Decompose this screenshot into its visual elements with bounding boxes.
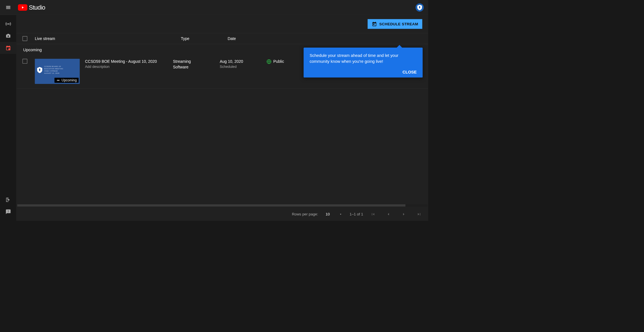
rows-per-page-label: Rows per page:: [292, 212, 318, 216]
svg-rect-2: [8, 48, 10, 50]
sidebar-item-webcam[interactable]: [0, 30, 17, 42]
page-range: 1–1 of 1: [350, 212, 363, 216]
svg-rect-4: [373, 24, 374, 25]
sidebar-item-manage[interactable]: [0, 42, 17, 54]
column-livestream[interactable]: Live stream: [35, 36, 181, 41]
row-checkbox[interactable]: [23, 59, 27, 64]
tooltip-text: Schedule your stream ahead of time and l…: [310, 53, 417, 64]
thumbnail-status-badge: Upcoming: [54, 78, 79, 83]
column-date[interactable]: Date: [228, 36, 274, 41]
horizontal-scrollbar[interactable]: [17, 204, 428, 207]
sidebar-item-feedback[interactable]: [0, 206, 17, 218]
app-header: Studio: [0, 0, 428, 15]
svg-point-5: [58, 80, 59, 81]
svg-point-1: [8, 35, 9, 37]
schedule-tooltip: Schedule your stream ahead of time and l…: [304, 48, 423, 77]
thumbnail-text: CCSD59 BOARD OF EDUCATION MEETING VIDEO …: [44, 66, 63, 75]
schedule-stream-label: SCHEDULE STREAM: [379, 22, 418, 26]
shield-icon: [37, 67, 43, 73]
youtube-play-icon: [18, 4, 27, 11]
chevron-down-icon: [339, 213, 342, 216]
rows-per-page-select[interactable]: 10: [326, 212, 342, 216]
table-header: Live stream Type Date: [17, 33, 428, 44]
sidebar-item-exit[interactable]: [0, 194, 17, 206]
live-icon: [56, 78, 60, 82]
stream-title[interactable]: CCSD59 BOE Meeting - August 10, 2020: [85, 59, 173, 64]
page-next-icon[interactable]: [401, 212, 406, 217]
scrollbar-thumb[interactable]: [17, 204, 405, 207]
page-last-icon[interactable]: [417, 212, 421, 217]
toolbar: SCHEDULE STREAM: [17, 15, 428, 33]
stream-date: Aug 10, 2020 Scheduled: [220, 59, 267, 69]
sidebar-item-stream[interactable]: [0, 18, 17, 30]
page-first-icon[interactable]: [371, 212, 375, 217]
schedule-stream-button[interactable]: SCHEDULE STREAM: [368, 19, 422, 29]
tooltip-close-button[interactable]: CLOSE: [310, 70, 417, 74]
pagination-footer: Rows per page: 10 1–1 of 1: [17, 208, 428, 221]
calendar-icon: [372, 21, 377, 27]
globe-icon: [267, 59, 271, 64]
main-content: SCHEDULE STREAM Live stream Type Date Up…: [17, 15, 428, 221]
page-prev-icon[interactable]: [386, 212, 391, 217]
studio-logo[interactable]: Studio: [18, 4, 45, 11]
channel-avatar[interactable]: [415, 3, 424, 12]
svg-point-0: [8, 23, 9, 25]
hamburger-menu-icon[interactable]: [5, 4, 12, 11]
left-sidebar: [0, 15, 17, 221]
column-type[interactable]: Type: [181, 36, 227, 41]
stream-type: Streaming Software: [173, 59, 220, 69]
svg-point-3: [7, 198, 8, 199]
stream-thumbnail[interactable]: CCSD59 BOARD OF EDUCATION MEETING VIDEO …: [35, 59, 80, 84]
select-all-checkbox[interactable]: [23, 36, 27, 41]
stream-description[interactable]: Add description: [85, 65, 173, 69]
logo-text: Studio: [29, 4, 45, 11]
